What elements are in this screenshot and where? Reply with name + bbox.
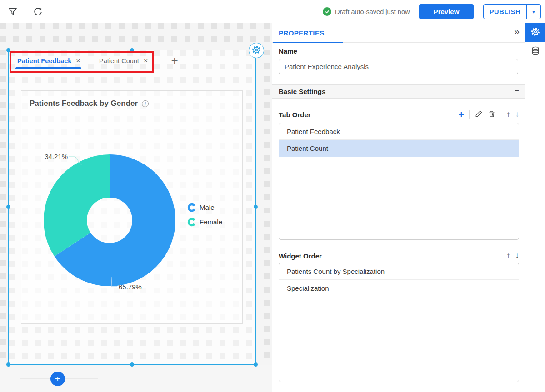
panel-title-underline [273,42,343,43]
panel-header: PROPERTIES » [272,23,525,43]
legend-label-female[interactable]: Female [200,218,222,226]
refresh-button[interactable] [32,6,44,18]
delete-button[interactable] [488,110,496,119]
widget-move-up-button[interactable]: ↑ [506,251,510,260]
donut-chart: 34.21% 65.79% Male Female [21,91,243,324]
widget-move-down-button[interactable]: ↓ [515,251,520,260]
tab-label: Patient Count [99,57,139,65]
publish-split-button[interactable]: PUBLISH ▾ [483,4,541,19]
trash-icon [488,110,496,119]
section-title: Basic Settings [279,88,325,95]
widget-tabbar: Patient Feedback × Patient Count × + [9,50,255,74]
widget-order-item[interactable]: Specialization [279,280,519,297]
gear-icon [530,27,540,38]
legend-label-male[interactable]: Male [200,203,215,211]
resize-handle-bottom-middle[interactable] [130,362,134,367]
panel-title: PROPERTIES [279,29,325,37]
publish-button[interactable]: PUBLISH [484,5,526,19]
add-tab-order-button[interactable]: + [459,110,464,119]
gear-icon [251,45,261,56]
widget-order-header: Widget Order ↑ ↓ [279,249,519,263]
top-toolbar: Draft auto-saved just now Preview PUBLIS… [0,0,545,23]
close-icon[interactable]: × [144,57,148,65]
widget-tab-patient-count[interactable]: Patient Count × [99,50,148,71]
autosave-status: Draft auto-saved just now [323,0,410,23]
widget-settings-button[interactable] [249,43,264,58]
resize-handle-top-middle[interactable] [130,48,134,52]
chart-legend[interactable]: Male Female [189,203,222,226]
data-source-tab-button[interactable] [525,42,545,61]
resize-handle-bottom-right[interactable] [254,362,258,367]
tab-order-header: Tab Order + ↑ ↓ [279,108,519,121]
resize-handle-bottom-left[interactable] [6,362,10,367]
edit-button[interactable] [475,110,483,119]
publish-caret-down-icon[interactable]: ▾ [527,5,540,19]
add-widget-button[interactable]: + [50,372,65,386]
design-canvas[interactable]: + Patient Feedback × Patient Count × + [0,23,272,392]
slice-label-male: 65.79% [119,283,142,291]
resize-handle-right-middle[interactable] [254,205,258,209]
filter-button[interactable] [7,6,19,18]
icon-divider [469,110,470,119]
legend-swatch-male [189,204,195,211]
widget-order-title: Widget Order [279,252,506,260]
resize-handle-left-middle[interactable] [6,205,10,209]
collapse-panel-button[interactable]: » [514,26,520,37]
legend-swatch-female [189,219,195,225]
move-up-button[interactable]: ↑ [506,110,510,119]
tab-order-title: Tab Order [279,111,459,119]
tab-order-item[interactable]: Patient Feedback [279,123,519,140]
preview-button[interactable]: Preview [419,4,474,19]
collapse-section-icon[interactable]: − [515,86,519,95]
add-tab-button[interactable]: + [167,51,182,69]
refresh-icon [32,6,44,17]
pie-chart-widget[interactable]: Patients Feedback by Gender i 34.21% 65.… [21,90,243,324]
database-icon [530,46,540,57]
widget-order-item[interactable]: Patients Count by Specialization [279,263,519,280]
name-field-label: Name [279,47,297,55]
dashboard-designer: Draft auto-saved just now Preview PUBLIS… [0,0,545,392]
slice-label-female: 34.21% [45,153,68,160]
toolbar-divider [415,0,415,23]
autosave-check-icon [323,7,331,16]
basic-settings-section-header[interactable]: Basic Settings − [272,84,525,99]
tab-label: Patient Feedback [17,57,71,65]
properties-panel: PROPERTIES » Name Basic Settings − Tab O… [272,23,525,392]
resize-handle-top-left[interactable] [6,48,10,52]
tab-order-item-selected[interactable]: Patient Count [279,140,519,157]
properties-tab-button[interactable] [525,23,545,42]
filter-icon [7,6,19,17]
active-tab-indicator [15,67,81,69]
panel-icon-strip [525,23,545,392]
dashboard-name-input[interactable] [279,59,518,74]
donut-slices [65,176,154,265]
tab-widget-selection[interactable]: Patient Feedback × Patient Count × + Pat… [8,50,256,365]
tab-order-list: Patient Feedback Patient Count [279,123,519,240]
pencil-icon [475,110,483,119]
close-icon[interactable]: × [76,57,80,65]
move-down-button[interactable]: ↓ [515,110,520,119]
icon-divider [501,110,501,119]
strip-empty-cell [525,61,545,80]
autosave-text: Draft auto-saved just now [335,8,410,15]
widget-order-list: Patients Count by Specialization Special… [279,263,519,382]
